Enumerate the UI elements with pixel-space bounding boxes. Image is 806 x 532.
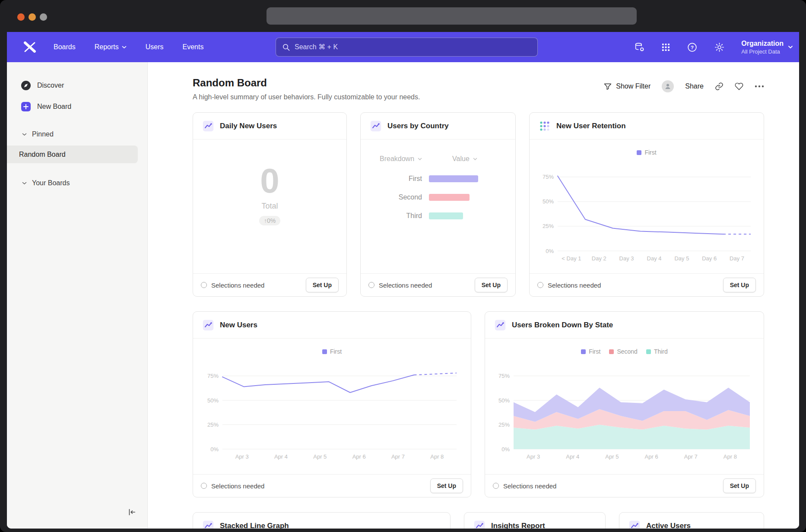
svg-text:Day 5: Day 5	[674, 255, 689, 262]
card-title: Insights Report	[491, 522, 545, 529]
sidebar-section-your-boards[interactable]: Your Boards	[7, 176, 147, 190]
setup-button[interactable]: Set Up	[306, 278, 339, 292]
sidebar-discover-label: Discover	[37, 82, 64, 89]
bar-third	[429, 212, 463, 219]
settings-gear-icon[interactable]	[714, 42, 725, 53]
filter-funnel-icon	[603, 82, 612, 91]
org-scope: All Project Data	[741, 48, 784, 55]
board-actions: Show Filter Share	[603, 80, 764, 92]
line-chart-icon	[203, 120, 214, 132]
window-zoom-button[interactable]	[40, 13, 47, 21]
svg-text:Apr 6: Apr 6	[645, 453, 658, 460]
radio-icon	[493, 483, 499, 489]
sidebar-section-pinned[interactable]: Pinned	[7, 127, 147, 142]
chevron-down-icon	[22, 133, 27, 136]
chevron-down-icon	[473, 158, 477, 161]
svg-text:Apr 4: Apr 4	[566, 453, 579, 460]
status-text: Selections needed	[548, 282, 601, 289]
sidebar-item-discover[interactable]: Discover	[7, 78, 147, 93]
more-options-icon[interactable]	[755, 85, 764, 88]
setup-button[interactable]: Set Up	[723, 478, 756, 493]
card-title: Active Users	[646, 522, 691, 529]
card-title: Users by Country	[387, 122, 449, 130]
line-chart-icon	[629, 520, 640, 529]
sidebar-collapse-icon[interactable]	[127, 507, 136, 517]
window-minimize-button[interactable]	[29, 13, 36, 21]
svg-text:< Day 1: < Day 1	[562, 255, 581, 262]
org-name: Organization	[741, 39, 784, 48]
country-row-second: Second	[361, 193, 515, 201]
search-input[interactable]	[295, 43, 531, 51]
sidebar-item-new-board[interactable]: New Board	[7, 99, 147, 114]
nav-reports[interactable]: Reports	[95, 43, 127, 51]
favorite-heart-icon[interactable]	[735, 82, 743, 91]
window-close-button[interactable]	[17, 13, 25, 21]
legend-label: First	[589, 348, 600, 355]
address-bar[interactable]	[267, 7, 637, 25]
setup-button[interactable]: Set Up	[430, 478, 463, 493]
svg-text:Apr 8: Apr 8	[723, 453, 737, 460]
top-navbar: Boards Reports Users Events	[7, 32, 799, 62]
svg-text:0%: 0%	[501, 446, 510, 453]
setup-button[interactable]: Set Up	[475, 278, 508, 292]
retention-grid-icon	[539, 120, 550, 132]
line-chart-icon	[203, 320, 214, 331]
sidebar-new-board-label: New Board	[37, 103, 71, 111]
card-title: Users Broken Down By State	[512, 321, 613, 329]
value-label: Value	[452, 155, 470, 163]
svg-text:0%: 0%	[546, 248, 554, 254]
help-icon[interactable]: ?	[687, 42, 698, 53]
country-row-first: First	[361, 175, 515, 183]
breakdown-dropdown[interactable]: Breakdown	[380, 155, 422, 163]
svg-text:Day 4: Day 4	[647, 255, 661, 262]
svg-text:50%: 50%	[498, 397, 510, 404]
legend-label: First	[644, 149, 656, 156]
bar-second	[429, 194, 470, 201]
nav-events[interactable]: Events	[183, 43, 204, 51]
radio-icon	[201, 282, 207, 288]
person-icon	[664, 83, 671, 90]
card-title: New User Retention	[556, 122, 626, 130]
card-insights-report: Insights Report	[464, 512, 606, 529]
show-filter-button[interactable]: Show Filter	[603, 82, 651, 91]
nav-users-label: Users	[146, 43, 164, 51]
svg-text:25%: 25%	[498, 421, 510, 428]
mixpanel-logo-icon[interactable]	[23, 41, 36, 53]
svg-text:Day 6: Day 6	[702, 255, 717, 262]
setup-button[interactable]: Set Up	[723, 278, 756, 292]
discover-icon	[21, 80, 31, 91]
legend-swatch	[322, 349, 327, 354]
svg-text:75%: 75%	[207, 373, 218, 379]
legend-swatch	[637, 150, 641, 155]
card-new-user-retention: New User Retention First 0%25%50%75%< Da…	[529, 112, 764, 297]
apps-grid-icon[interactable]	[661, 43, 670, 52]
card-users-by-state: Users Broken Down By State First Second …	[485, 311, 764, 497]
metric-value: 0	[260, 164, 279, 198]
window-titlebar	[0, 0, 806, 32]
new-users-chart: 0%25%50%75%Apr 3Apr 4Apr 5Apr 6Apr 7Apr …	[203, 360, 462, 462]
value-dropdown[interactable]: Value	[452, 155, 477, 163]
legend-swatch	[609, 349, 614, 354]
row-label: First	[361, 175, 422, 183]
chevron-down-icon	[122, 46, 127, 49]
search-box[interactable]	[276, 38, 538, 57]
copy-link-icon[interactable]	[715, 82, 723, 91]
data-management-icon[interactable]	[634, 42, 645, 53]
svg-text:Apr 7: Apr 7	[391, 453, 404, 460]
chart-legend: First	[322, 348, 342, 355]
legend-label: First	[330, 348, 342, 355]
legend-label: Second	[617, 348, 637, 355]
row-label: Third	[361, 212, 422, 220]
chart-legend: First	[637, 149, 656, 156]
nav-users[interactable]: Users	[146, 43, 164, 51]
new-board-plus-icon	[21, 101, 31, 112]
svg-text:75%: 75%	[498, 373, 510, 379]
radio-icon	[537, 282, 543, 288]
sidebar-item-random-board[interactable]: Random Board	[7, 146, 138, 163]
nav-boards[interactable]: Boards	[54, 43, 76, 51]
breakdown-label: Breakdown	[380, 155, 414, 163]
avatar[interactable]	[662, 80, 674, 92]
share-button[interactable]: Share	[685, 82, 704, 90]
nav-events-label: Events	[183, 43, 204, 51]
org-switcher[interactable]: Organization All Project Data	[741, 39, 793, 55]
